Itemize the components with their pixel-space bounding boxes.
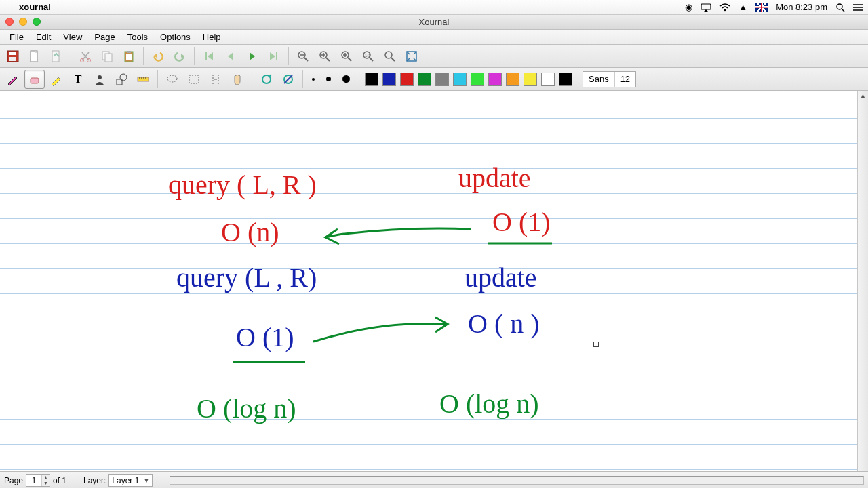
zoom-out-button[interactable] xyxy=(293,47,313,66)
svg-line-3 xyxy=(842,9,844,12)
record-icon[interactable]: ◉ xyxy=(685,2,692,12)
fullscreen-button[interactable] xyxy=(401,47,422,66)
color-swatch-10[interactable] xyxy=(540,70,556,89)
input-flag-icon[interactable] xyxy=(755,3,768,12)
vertical-space-button[interactable] xyxy=(205,70,226,89)
layer-combo[interactable]: Layer 1 ▼ xyxy=(108,474,153,487)
note-query-blue: query (L , R) xyxy=(176,262,317,293)
zoom-reset-button[interactable] xyxy=(315,47,335,66)
color-swatch-4[interactable] xyxy=(434,70,450,89)
menu-edit[interactable]: Edit xyxy=(31,30,56,43)
page-spin-down[interactable]: ▼ xyxy=(41,481,50,486)
spotlight-icon[interactable] xyxy=(835,3,845,12)
prev-page-button[interactable] xyxy=(220,47,241,66)
first-page-button[interactable] xyxy=(199,47,219,66)
svg-line-34 xyxy=(391,58,395,61)
window-controls xyxy=(5,18,41,26)
thickness-thick-button[interactable] xyxy=(337,70,355,89)
color-swatch-11[interactable] xyxy=(557,70,574,89)
color-swatch-0[interactable] xyxy=(363,70,380,89)
pen-tool-button[interactable] xyxy=(3,70,23,89)
color-swatches xyxy=(363,70,574,89)
snap-button[interactable] xyxy=(278,70,298,89)
open-button[interactable] xyxy=(46,47,66,66)
window-title: Xournal xyxy=(419,17,450,27)
zoom-fit-width-button[interactable]: 1:1 xyxy=(358,47,378,66)
note-on-blue: O ( n ) xyxy=(468,308,540,340)
layer-label: Layer: xyxy=(83,476,106,485)
mac-clock[interactable]: Mon 8:23 pm xyxy=(776,2,827,12)
text-tool-button[interactable]: T xyxy=(68,70,88,89)
copy-button[interactable] xyxy=(97,47,117,66)
note-ologn-left: O (log n) xyxy=(197,392,296,424)
highlighter-tool-button[interactable] xyxy=(46,70,66,89)
svg-point-45 xyxy=(167,75,177,82)
eject-icon[interactable]: ▲ xyxy=(738,2,747,12)
color-swatch-7[interactable] xyxy=(487,70,503,89)
font-family[interactable]: Sans xyxy=(583,72,615,87)
zoom-in-button[interactable] xyxy=(336,47,357,66)
scroll-up-icon[interactable]: ▲ xyxy=(859,91,868,100)
shapes-tool-button[interactable] xyxy=(111,70,132,89)
note-update-red: update xyxy=(458,162,531,194)
font-selector[interactable]: Sans 12 xyxy=(583,71,636,87)
canvas-area[interactable]: query ( L, R ) update O (n) O (1) query … xyxy=(0,91,868,472)
close-window-button[interactable] xyxy=(5,18,14,26)
menu-view[interactable]: View xyxy=(58,30,87,43)
menu-page[interactable]: Page xyxy=(89,30,120,43)
minimize-window-button[interactable] xyxy=(19,18,27,26)
app-menubar: File Edit View Page Tools Options Help xyxy=(0,30,868,45)
page-number-value[interactable] xyxy=(26,476,41,485)
svg-line-31 xyxy=(370,58,373,61)
undo-button[interactable] xyxy=(148,47,168,66)
svg-point-2 xyxy=(837,4,842,9)
cut-button[interactable] xyxy=(75,47,96,66)
paste-button[interactable] xyxy=(119,47,139,66)
last-page-button[interactable] xyxy=(264,47,284,66)
lasso-select-button[interactable] xyxy=(162,70,182,89)
color-swatch-9[interactable] xyxy=(522,70,538,89)
svg-point-39 xyxy=(120,74,127,81)
menu-help[interactable]: Help xyxy=(197,30,226,43)
page-canvas[interactable]: query ( L, R ) update O (n) O (1) query … xyxy=(0,91,857,471)
menu-list-icon[interactable] xyxy=(853,3,863,12)
image-tool-button[interactable] xyxy=(90,70,110,89)
page-field: Page ▲▼ of 1 xyxy=(4,474,66,487)
thickness-fine-button[interactable] xyxy=(307,70,319,89)
mac-app-name[interactable]: xournal xyxy=(19,2,51,12)
wifi-icon[interactable] xyxy=(719,3,730,12)
color-swatch-1[interactable] xyxy=(381,70,397,89)
mac-menubar: xournal ◉ ▲ Mon 8:23 pm xyxy=(0,0,868,15)
color-swatch-6[interactable] xyxy=(469,70,486,89)
ruler-tool-button[interactable] xyxy=(133,70,153,89)
vertical-scrollbar[interactable]: ▲ xyxy=(857,91,868,471)
color-swatch-8[interactable] xyxy=(505,70,521,89)
menu-tools[interactable]: Tools xyxy=(122,30,153,43)
tools-toolbar: T Sans 12 xyxy=(0,68,868,91)
page-label: Page xyxy=(4,476,23,485)
shape-recognizer-button[interactable] xyxy=(256,70,277,89)
color-swatch-5[interactable] xyxy=(452,70,468,89)
color-swatch-3[interactable] xyxy=(416,70,433,89)
zoom-fit-page-button[interactable] xyxy=(380,47,400,66)
svg-line-23 xyxy=(326,58,330,61)
next-page-button[interactable] xyxy=(242,47,262,66)
eraser-tool-button[interactable] xyxy=(24,70,45,89)
save-button[interactable] xyxy=(3,47,23,66)
page-spin-up[interactable]: ▲ xyxy=(41,475,50,481)
hand-tool-button[interactable] xyxy=(227,70,248,89)
redo-button[interactable] xyxy=(170,47,190,66)
margin-line xyxy=(102,91,102,471)
color-swatch-2[interactable] xyxy=(399,70,415,89)
new-button[interactable] xyxy=(24,47,45,66)
menu-options[interactable]: Options xyxy=(155,30,196,43)
note-update-blue: update xyxy=(465,262,537,293)
page-of-label: of 1 xyxy=(53,476,66,485)
rect-select-button[interactable] xyxy=(184,70,204,89)
page-number-input[interactable]: ▲▼ xyxy=(26,474,50,487)
font-size[interactable]: 12 xyxy=(615,72,635,87)
airplay-icon[interactable] xyxy=(701,3,711,12)
menu-file[interactable]: File xyxy=(4,30,29,43)
thickness-medium-button[interactable] xyxy=(321,70,336,89)
zoom-window-button[interactable] xyxy=(33,18,41,26)
